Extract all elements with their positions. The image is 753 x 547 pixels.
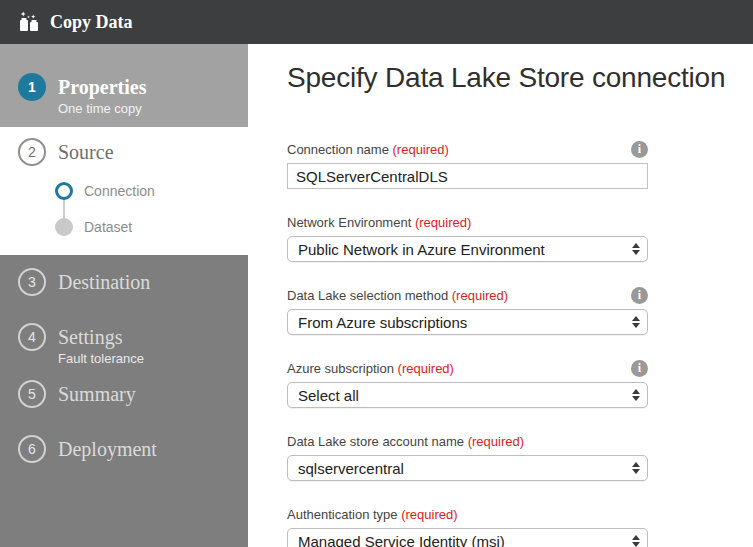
step-text: Source (58, 138, 114, 166)
substep-label: Connection (84, 183, 155, 199)
sidebar-section-remaining-steps: 3Destination4SettingsFault tolerance5Sum… (0, 255, 248, 547)
required-marker: (required) (452, 288, 508, 303)
field-label-row: Data Lake selection method (required)i (287, 287, 648, 304)
substep-connection[interactable]: Connection (55, 182, 248, 200)
stepper-up-arrow-icon (632, 535, 640, 540)
sidebar-step-properties[interactable]: 1PropertiesOne time copy (0, 73, 248, 117)
step-number-badge: 2 (18, 138, 46, 166)
stepper-up-arrow-icon (632, 462, 640, 467)
sidebar-section-properties: 1PropertiesOne time copy (0, 44, 248, 127)
connection-form: Connection name (required)iNetwork Envir… (287, 141, 753, 547)
step-label: Properties (58, 73, 147, 101)
sidebar-step-deployment[interactable]: 6Deployment (0, 435, 248, 463)
substep-current-circle-icon (55, 182, 73, 200)
required-marker: (required) (415, 215, 471, 230)
step-text: Summary (58, 380, 136, 408)
field-label: Connection name (required) (287, 142, 449, 157)
field-label: Data Lake selection method (required) (287, 288, 508, 303)
stepper-down-arrow-icon (632, 469, 640, 474)
azure-subscription-select[interactable]: Select all (287, 382, 648, 408)
step-text: Destination (58, 268, 150, 296)
step-label: Deployment (58, 435, 157, 463)
authentication-type-select[interactable]: Managed Service Identity (msi) (287, 528, 648, 547)
sidebar-step-settings[interactable]: 4SettingsFault tolerance (0, 323, 248, 367)
required-marker: (required) (401, 507, 457, 522)
field-label-row: Authentication type (required) (287, 506, 648, 523)
select-stepper-icon (632, 316, 640, 328)
field-label: Authentication type (required) (287, 507, 458, 522)
field-label: Data Lake store account name (required) (287, 434, 524, 449)
select-selected-value: Managed Service Identity (msi) (298, 533, 505, 547)
network-environment-select[interactable]: Public Network in Azure Environment (287, 236, 648, 262)
stepper-down-arrow-icon (632, 250, 640, 255)
step-label: Summary (58, 380, 136, 408)
field-group-data-lake-store-account-name: Data Lake store account name (required)s… (287, 433, 648, 481)
field-group-authentication-type: Authentication type (required)Managed Se… (287, 506, 648, 547)
select-stepper-icon (632, 462, 640, 474)
select-selected-value: From Azure subscriptions (298, 314, 467, 331)
step-label: Source (58, 138, 114, 166)
sidebar-step-source[interactable]: 2Source (0, 138, 248, 166)
stepper-down-arrow-icon (632, 323, 640, 328)
page-title: Specify Data Lake Store connection (287, 62, 753, 94)
sidebar-section-source: 2SourceConnectionDataset (0, 127, 248, 255)
step-number-badge: 5 (18, 380, 46, 408)
select-selected-value: sqlservercentral (298, 460, 404, 477)
step-number-badge: 1 (18, 73, 46, 101)
field-group-data-lake-selection-method: Data Lake selection method (required)iFr… (287, 287, 648, 335)
step-label: Destination (58, 268, 150, 296)
copy-data-icon (17, 10, 41, 34)
required-marker: (required) (468, 434, 524, 449)
source-substeps: ConnectionDataset (55, 182, 248, 236)
required-marker: (required) (398, 361, 454, 376)
data-lake-store-account-name-select[interactable]: sqlservercentral (287, 455, 648, 481)
field-label-row: Data Lake store account name (required) (287, 433, 648, 450)
field-label: Azure subscription (required) (287, 361, 454, 376)
step-text: Deployment (58, 435, 157, 463)
info-icon[interactable]: i (631, 287, 648, 304)
select-stepper-icon (632, 243, 640, 255)
stepper-down-arrow-icon (632, 542, 640, 547)
field-label-row: Connection name (required)i (287, 141, 648, 158)
stepper-down-arrow-icon (632, 396, 640, 401)
step-number-badge: 4 (18, 323, 46, 351)
field-group-network-environment: Network Environment (required)Public Net… (287, 214, 648, 262)
connection-name-input[interactable] (287, 163, 648, 189)
step-sublabel: One time copy (58, 101, 147, 117)
select-stepper-icon (632, 389, 640, 401)
substep-label: Dataset (84, 219, 132, 235)
required-marker: (required) (393, 142, 449, 157)
stepper-up-arrow-icon (632, 243, 640, 248)
substep-dataset[interactable]: Dataset (55, 218, 248, 236)
step-label: Settings (58, 323, 144, 351)
stepper-up-arrow-icon (632, 316, 640, 321)
step-number-badge: 6 (18, 435, 46, 463)
sidebar-step-destination[interactable]: 3Destination (0, 268, 248, 296)
select-selected-value: Select all (298, 387, 359, 404)
select-stepper-icon (632, 535, 640, 547)
field-label: Network Environment (required) (287, 215, 471, 230)
field-group-connection-name: Connection name (required)i (287, 141, 648, 189)
app-title: Copy Data (50, 12, 133, 33)
wizard-main-panel: Specify Data Lake Store connection Conne… (248, 44, 753, 547)
info-icon[interactable]: i (631, 360, 648, 377)
field-label-row: Azure subscription (required)i (287, 360, 648, 377)
info-icon[interactable]: i (631, 141, 648, 158)
field-label-row: Network Environment (required) (287, 214, 648, 231)
app-header: Copy Data (0, 0, 753, 44)
substep-pending-circle-icon (55, 218, 73, 236)
data-lake-selection-method-select[interactable]: From Azure subscriptions (287, 309, 648, 335)
step-text: SettingsFault tolerance (58, 323, 144, 367)
copy-data-wizard-window: Copy Data 1PropertiesOne time copy 2Sour… (0, 0, 753, 547)
step-sublabel: Fault tolerance (58, 351, 144, 367)
select-selected-value: Public Network in Azure Environment (298, 241, 545, 258)
step-text: PropertiesOne time copy (58, 73, 147, 117)
wizard-steps-sidebar: 1PropertiesOne time copy 2SourceConnecti… (0, 44, 248, 547)
sidebar-step-summary[interactable]: 5Summary (0, 380, 248, 408)
stepper-up-arrow-icon (632, 389, 640, 394)
field-group-azure-subscription: Azure subscription (required)iSelect all (287, 360, 648, 408)
step-number-badge: 3 (18, 268, 46, 296)
